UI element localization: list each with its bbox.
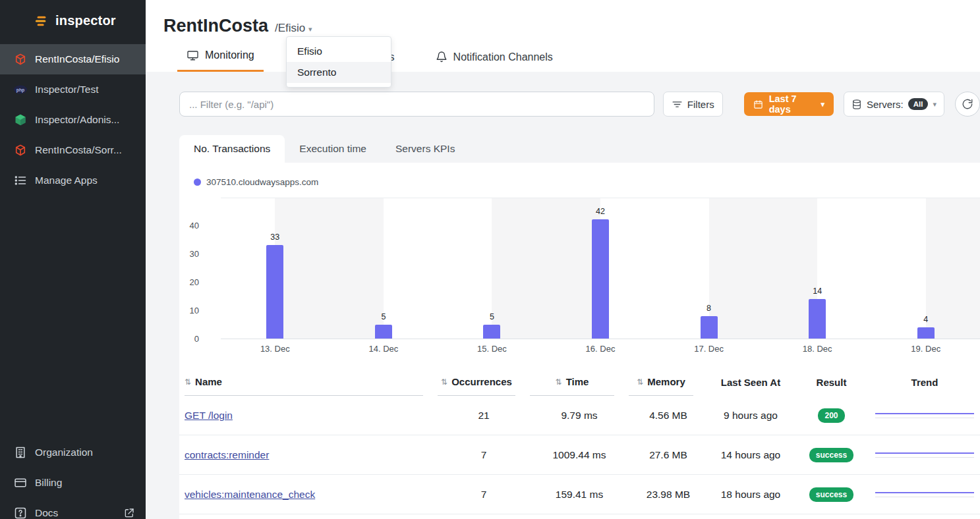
sidebar-item-inspector-test[interactable]: php Inspector/Test xyxy=(0,74,146,105)
transaction-link[interactable]: vehicles:maintenance_check xyxy=(185,489,315,500)
chevron-down-icon: ▾ xyxy=(821,100,824,109)
refresh-button[interactable] xyxy=(955,92,980,117)
main-area: RentInCosta /Efisio ▾ Monitoring Alerts xyxy=(146,0,980,519)
bar-value-label: 5 xyxy=(381,312,386,321)
sidebar-item-billing[interactable]: Billing xyxy=(0,468,146,498)
sort-icon: ⇅ xyxy=(185,377,191,387)
transaction-link[interactable]: GET /login xyxy=(185,410,233,421)
tab-notification-channels[interactable]: Notification Channels xyxy=(426,51,562,72)
chart-bar[interactable] xyxy=(701,316,718,339)
chevron-down-icon: ▾ xyxy=(933,100,937,109)
dropdown-option-sorrento[interactable]: Sorrento xyxy=(287,62,391,83)
column-header-trend: Trend xyxy=(869,377,980,396)
result-badge: 200 xyxy=(818,408,844,423)
column-header-label: Name xyxy=(195,376,222,387)
toolbar: Filters Last 7 days ▾ Servers: All ▾ xyxy=(179,92,980,117)
chart-plot-area: 3355428144 xyxy=(221,198,980,339)
chart-legend[interactable]: 307510.cloudwaysapps.com xyxy=(179,177,980,187)
column-header-name[interactable]: ⇅ Name xyxy=(185,376,423,396)
app-laravel-red-icon xyxy=(13,143,28,157)
list-icon xyxy=(13,173,28,188)
sidebar-item-label: Inspector/Test xyxy=(35,84,99,96)
inspector-logo-icon xyxy=(34,14,49,28)
app-adonis-green-icon xyxy=(13,113,28,127)
trend-sparkline xyxy=(869,492,980,497)
column-header-occurrences[interactable]: ⇅ Occurrences xyxy=(438,376,515,396)
column-header-memory[interactable]: ⇅ Memory xyxy=(629,376,693,396)
chart-bar[interactable] xyxy=(917,327,935,339)
chart-bar-column: 33 xyxy=(221,198,330,339)
sidebar-item-label: Manage Apps xyxy=(35,175,98,186)
y-axis-tick-label: 30 xyxy=(190,249,199,259)
chart-bar[interactable] xyxy=(809,299,826,339)
sparkline-line xyxy=(875,413,974,414)
app-laravel-red-icon xyxy=(13,52,28,67)
table-row: vehicles:maintenance_check 7 159.41 ms 2… xyxy=(179,475,980,514)
sidebar-item-organization[interactable]: Organization xyxy=(0,437,146,468)
sidebar-item-rentincosta-sorrento[interactable]: RentInCosta/Sorr... xyxy=(0,135,146,165)
sidebar-item-label: Billing xyxy=(35,477,62,489)
sparkline-line xyxy=(875,452,974,454)
occurrences-value: 7 xyxy=(438,489,530,501)
sidebar-item-label: Organization xyxy=(35,447,93,458)
sort-icon: ⇅ xyxy=(441,377,447,387)
bar-value-label: 4 xyxy=(923,315,928,324)
sidebar-nav: RentInCosta/Efisio php Inspector/Test In… xyxy=(0,44,146,196)
bar-value-label: 42 xyxy=(596,207,605,216)
occurrences-value: 21 xyxy=(438,410,530,422)
chart-bar-column: 8 xyxy=(654,198,763,339)
y-axis-tick-label: 20 xyxy=(190,277,199,287)
sidebar-item-docs[interactable]: Docs xyxy=(0,498,146,519)
column-header-label: Last Seen At xyxy=(721,377,780,388)
memory-value: 27.6 MB xyxy=(629,449,708,461)
table-row: GET /login 21 9.79 ms 4.56 MB 9 hours ag… xyxy=(179,396,980,435)
tab-servers-kpis[interactable]: Servers KPIs xyxy=(381,135,469,163)
x-axis-tick-label: 17. Dec xyxy=(654,344,763,354)
servers-filter-button[interactable]: Servers: All ▾ xyxy=(844,92,944,117)
chart-bar[interactable] xyxy=(483,325,500,339)
x-axis-tick-label: 16. Dec xyxy=(546,344,655,354)
last-seen-value: 9 hours ago xyxy=(708,410,793,422)
sidebar: inspector RentInCosta/Efisio php Inspect… xyxy=(0,0,146,519)
app-php-icon: php xyxy=(13,82,28,97)
sidebar-item-manage-apps[interactable]: Manage Apps xyxy=(0,165,146,196)
page-header: RentInCosta /Efisio ▾ Monitoring Alerts xyxy=(146,0,980,72)
sparkline-baseline xyxy=(875,457,974,458)
sparkline-baseline xyxy=(875,497,974,497)
chart-bar-column: 14 xyxy=(763,198,872,339)
transaction-link[interactable]: contracts:reminder xyxy=(185,449,269,460)
help-icon xyxy=(13,506,28,519)
sidebar-item-label: Inspector/Adonis... xyxy=(35,114,119,126)
last-seen-value: 18 hours ago xyxy=(708,489,793,501)
monitoring-card: 307510.cloudwaysapps.com 010203040 33554… xyxy=(179,163,980,519)
memory-value: 23.98 MB xyxy=(629,489,708,501)
x-axis-tick-label: 14. Dec xyxy=(330,344,438,354)
date-range-button[interactable]: Last 7 days ▾ xyxy=(744,92,834,116)
dropdown-option-efisio[interactable]: Efisio xyxy=(287,41,391,62)
column-header-label: Occurrences xyxy=(451,376,512,387)
chart-bar[interactable] xyxy=(266,245,283,339)
chart-bar[interactable] xyxy=(375,325,392,339)
sidebar-item-rentincosta-efisio[interactable]: RentInCosta/Efisio xyxy=(0,44,146,74)
app-switcher[interactable]: /Efisio ▾ xyxy=(275,22,312,35)
sort-icon: ⇅ xyxy=(637,377,643,387)
sidebar-item-label: RentInCosta/Sorr... xyxy=(35,144,122,156)
transactions-table: ⇅ Name ⇅ Occurrences ⇅ Time ⇅ xyxy=(179,376,980,514)
column-header-time[interactable]: ⇅ Time xyxy=(530,376,614,396)
bar-value-label: 5 xyxy=(490,312,494,321)
filters-button[interactable]: Filters xyxy=(663,92,723,117)
chart-bar[interactable] xyxy=(592,219,609,339)
transactions-bar-chart: 010203040 3355428144 13. Dec14. Dec15. D… xyxy=(179,198,980,354)
tab-label: Monitoring xyxy=(205,49,254,61)
tab-monitoring[interactable]: Monitoring xyxy=(177,49,264,72)
column-header-label: Time xyxy=(566,376,589,387)
tab-execution-time[interactable]: Execution time xyxy=(285,135,381,163)
sidebar-item-inspector-adonis[interactable]: Inspector/Adonis... xyxy=(0,105,146,135)
y-axis-tick-label: 10 xyxy=(190,306,199,315)
bar-value-label: 14 xyxy=(813,287,822,296)
logo-text: inspector xyxy=(55,13,116,28)
app-logo[interactable]: inspector xyxy=(0,0,146,44)
transaction-filter-input[interactable] xyxy=(179,92,654,117)
tab-no-transactions[interactable]: No. Transactions xyxy=(179,135,285,163)
occurrences-value: 7 xyxy=(438,449,530,461)
